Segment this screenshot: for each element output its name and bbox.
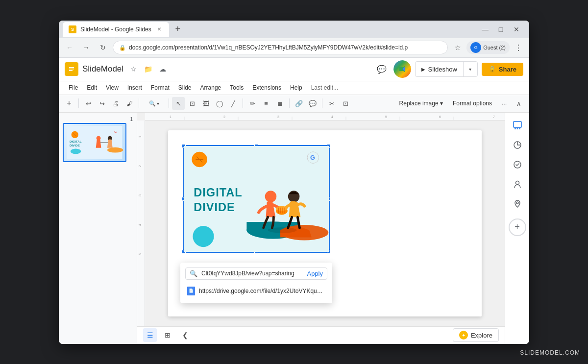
tab-title: SlideModel - Google Slides	[80, 26, 151, 33]
cloud-button[interactable]: ☁	[157, 63, 169, 75]
svg-rect-2	[69, 69, 74, 70]
line-button[interactable]: ╱	[227, 97, 240, 110]
link-button[interactable]: 🔗	[293, 97, 305, 110]
app-bar-right: 💬 Slideshow ▾ Share	[374, 60, 523, 78]
chrome-menu-button[interactable]: ⋮	[512, 41, 525, 54]
url-suggestion-item[interactable]: 📄 https://drive.google.com/file/d/1yx2Ut…	[185, 284, 327, 298]
format-options-label: Format options	[453, 100, 492, 107]
url-input-row[interactable]: 🔍 Apply	[185, 267, 327, 280]
ruler-svg-h: 1 2 3 4 5 6 7 8 9	[145, 113, 505, 121]
redo-button[interactable]: ↪	[96, 97, 108, 110]
sidebar-maps-icon[interactable]	[509, 195, 526, 213]
format-options-button[interactable]: Format options	[449, 98, 496, 108]
toolbar-divider-2	[139, 98, 139, 108]
new-tab-button[interactable]: +	[171, 23, 185, 36]
app-title-icons: ☆ 📁 ☁	[127, 63, 169, 75]
url-input[interactable]	[201, 270, 303, 277]
active-tab[interactable]: S SlideModel - Google Slides ✕	[63, 22, 169, 37]
profile-avatar: G	[470, 42, 481, 53]
digital-divide-svg: G DIGITAL DIVIDE	[184, 146, 329, 252]
svg-rect-1	[69, 67, 74, 68]
app-title: SlideModel	[82, 64, 123, 74]
toolbar-right: Replace image ▾ Format options ··· ∧	[395, 97, 525, 110]
meet-button[interactable]	[393, 60, 411, 78]
sidebar-tasks-icon[interactable]	[509, 156, 526, 173]
star-button[interactable]: ☆	[127, 63, 139, 75]
textbox-button[interactable]: ⊡	[186, 97, 198, 110]
slideshow-button[interactable]: Slideshow ▾	[415, 61, 478, 77]
menu-insert[interactable]: Insert	[123, 83, 146, 93]
menu-file[interactable]: File	[65, 83, 82, 93]
explore-icon: ✦	[459, 331, 468, 340]
image-button[interactable]: 🖼	[199, 97, 212, 110]
forward-button[interactable]: →	[79, 41, 93, 54]
menu-format[interactable]: Format	[147, 83, 173, 93]
slideshow-dropdown-button[interactable]: ▾	[464, 62, 477, 76]
add-button[interactable]: +	[63, 97, 75, 110]
address-text: docs.google.com/presentation/d/1Vw1q_nBE…	[129, 44, 408, 51]
menu-slide[interactable]: Slide	[174, 83, 196, 93]
selected-image-frame[interactable]: G DIGITAL DIVIDE	[183, 145, 330, 253]
lock-icon: 🔒	[119, 45, 126, 51]
explore-button[interactable]: ✦ Explore	[453, 328, 499, 342]
mask-button[interactable]: ⊡	[339, 97, 352, 110]
sidebar-add-button[interactable]: +	[509, 218, 526, 236]
comment-button[interactable]: 💬	[306, 97, 319, 110]
sidebar-slides-icon[interactable]	[509, 117, 526, 134]
back-button[interactable]: ←	[63, 41, 76, 54]
more-options-button[interactable]: ···	[498, 97, 511, 110]
zoom-button[interactable]: 🔍 ▾	[142, 97, 166, 110]
pen-button[interactable]: ✏	[246, 97, 259, 110]
menu-view[interactable]: View	[102, 83, 122, 93]
svg-text:DIVIDE: DIVIDE	[194, 200, 235, 213]
title-bar: S SlideModel - Google Slides ✕ + — □ ✕	[59, 21, 529, 38]
share-button[interactable]: Share	[482, 63, 523, 76]
last-edit-label: Last edit...	[311, 84, 338, 91]
svg-rect-34	[137, 121, 145, 326]
collapse-toolbar-button[interactable]: ∧	[513, 97, 525, 110]
sidebar-contacts-icon[interactable]	[509, 175, 526, 193]
replace-image-button[interactable]: Replace image ▾	[395, 98, 447, 108]
bookmark-button[interactable]: ☆	[451, 41, 465, 54]
minimize-button[interactable]: —	[480, 24, 490, 34]
close-button[interactable]: ✕	[512, 24, 521, 34]
svg-rect-63	[516, 128, 518, 129]
tab-close-button[interactable]: ✕	[155, 25, 163, 33]
address-input[interactable]: 🔒 docs.google.com/presentation/d/1Vw1q_n…	[113, 41, 448, 54]
digital-divide-image: G DIGITAL DIVIDE	[184, 146, 329, 252]
folder-button[interactable]: 📁	[142, 63, 154, 75]
panel-toggle-button[interactable]: ❮	[178, 328, 192, 342]
meet-icon	[393, 60, 411, 78]
slide-canvas[interactable]: G DIGITAL DIVIDE	[168, 130, 482, 316]
menu-help[interactable]: Help	[286, 83, 306, 93]
align-left-button[interactable]: ≡	[260, 97, 272, 110]
crop-button[interactable]: ✂	[325, 97, 338, 110]
slide-thumbnail-1[interactable]: DIGITAL DIVIDE	[63, 123, 126, 162]
svg-text:DIGITAL: DIGITAL	[194, 186, 242, 199]
select-button[interactable]: ↖	[172, 97, 185, 110]
shapes-button[interactable]: ◯	[213, 97, 226, 110]
maximize-button[interactable]: □	[496, 24, 506, 34]
sidebar-theme-icon[interactable]	[509, 136, 526, 154]
svg-text:3: 3	[138, 194, 142, 196]
filmstrip-view-button[interactable]: ☰	[143, 328, 157, 342]
menu-extensions[interactable]: Extensions	[248, 83, 285, 93]
menu-edit[interactable]: Edit	[83, 83, 101, 93]
align-button[interactable]: ≣	[273, 97, 286, 110]
svg-point-46	[193, 225, 214, 246]
print-button[interactable]: 🖨	[109, 97, 122, 110]
profile-button[interactable]: G Guest (2)	[466, 41, 510, 54]
grid-view-button[interactable]: ⊞	[161, 328, 174, 342]
menu-arrange[interactable]: Arrange	[196, 83, 225, 93]
undo-button[interactable]: ↩	[82, 97, 95, 110]
window-controls: — □ ✕	[480, 24, 525, 34]
reload-button[interactable]: ↻	[96, 41, 110, 54]
paint-format-button[interactable]: 🖌	[123, 97, 136, 110]
svg-point-14	[107, 147, 123, 152]
slideshow-main-button[interactable]: Slideshow	[416, 62, 464, 76]
apply-button[interactable]: Apply	[307, 270, 323, 277]
toolbar-divider-5	[289, 98, 290, 108]
comments-button[interactable]: 💬	[374, 61, 390, 77]
menu-tools[interactable]: Tools	[226, 83, 247, 93]
slide-item-1[interactable]: 1 DIGITAL DIVIDE	[63, 117, 133, 162]
